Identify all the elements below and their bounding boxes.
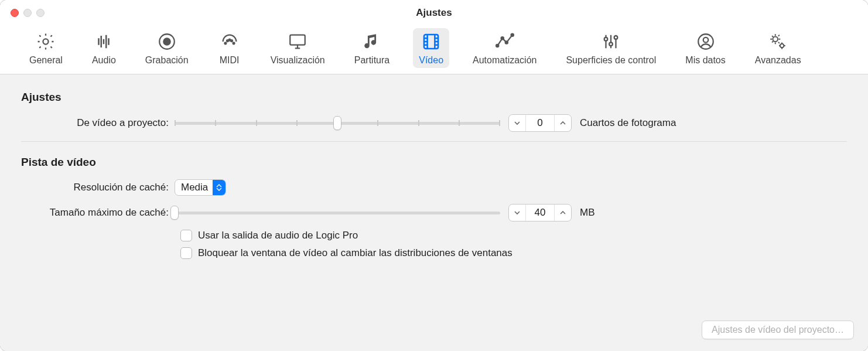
film-icon — [421, 32, 441, 52]
tab-recording[interactable]: Grabación — [139, 28, 194, 68]
gears-icon — [768, 32, 788, 52]
cache-resolution-row: Resolución de caché: Media — [21, 179, 847, 196]
window-title: Ajustes — [0, 7, 868, 19]
tab-label: Partitura — [354, 55, 389, 66]
max-cache-value[interactable]: 40 — [525, 205, 555, 221]
select-arrows-icon — [213, 180, 225, 195]
svg-point-13 — [511, 34, 513, 36]
svg-point-14 — [604, 38, 608, 41]
max-cache-slider[interactable] — [175, 206, 500, 220]
checkbox-lock-window-label: Bloquear la ventana de vídeo al cambiar … — [198, 247, 512, 259]
svg-point-7 — [231, 40, 233, 42]
automation-icon — [495, 32, 515, 52]
svg-point-0 — [43, 39, 49, 44]
max-cache-stepper[interactable]: 40 — [508, 204, 572, 221]
titlebar: Ajustes — [0, 0, 868, 26]
checkbox-lock-window-row: Bloquear la ventana de vídeo al cambiar … — [180, 247, 847, 259]
project-video-settings-button[interactable]: Ajustes de vídeo del proyecto… — [702, 321, 854, 339]
svg-point-11 — [501, 37, 503, 39]
section-title-settings: Ajustes — [21, 91, 847, 104]
checkbox-audio-output-row: Usar la salida de audio de Logic Pro — [180, 230, 847, 241]
gear-icon — [36, 32, 56, 52]
svg-point-12 — [505, 41, 507, 43]
tab-label: General — [29, 55, 63, 66]
svg-point-6 — [227, 40, 228, 42]
video-to-project-value[interactable]: 0 — [525, 115, 555, 131]
cache-resolution-label: Resolución de caché: — [21, 182, 175, 193]
tab-label: MIDI — [220, 55, 240, 66]
toolbar: General Audio Grabación MIDI Visualizaci… — [0, 26, 868, 74]
music-note-icon — [362, 32, 382, 52]
monitor-icon — [288, 32, 307, 52]
tab-video[interactable]: Vídeo — [413, 28, 449, 68]
checkbox-audio-output-label: Usar la salida de audio de Logic Pro — [198, 230, 358, 241]
svg-point-15 — [610, 42, 613, 46]
tab-mydata[interactable]: Mis datos — [679, 28, 731, 68]
video-to-project-unit: Cuartos de fotograma — [580, 117, 676, 129]
tab-label: Avanzadas — [755, 55, 801, 66]
divider — [21, 141, 847, 142]
tab-label: Mis datos — [685, 55, 725, 66]
person-circle-icon — [696, 32, 716, 52]
tab-display[interactable]: Visualización — [265, 28, 331, 68]
max-cache-label: Tamaño máximo de caché: — [21, 207, 175, 219]
tab-score[interactable]: Partitura — [348, 28, 395, 68]
tab-midi[interactable]: MIDI — [212, 28, 247, 68]
video-to-project-stepper[interactable]: 0 — [508, 114, 572, 132]
svg-point-19 — [773, 37, 778, 42]
section-title-video-track: Pista de vídeo — [21, 156, 847, 169]
tab-label: Visualización — [271, 55, 325, 66]
tab-label: Superficies de control — [566, 55, 656, 66]
checkbox-lock-window[interactable] — [180, 247, 192, 259]
tab-label: Audio — [92, 55, 116, 66]
video-to-project-slider[interactable] — [175, 116, 500, 130]
svg-point-3 — [224, 42, 226, 44]
tab-control-surfaces[interactable]: Superficies de control — [560, 28, 662, 68]
svg-point-20 — [780, 44, 784, 48]
stepper-up-icon[interactable] — [555, 115, 571, 131]
stepper-down-icon[interactable] — [509, 205, 525, 221]
waveform-icon — [94, 32, 114, 52]
record-icon — [157, 32, 177, 52]
svg-point-10 — [496, 45, 498, 47]
sliders-icon — [601, 32, 621, 52]
svg-point-18 — [703, 38, 708, 42]
tab-label: Grabación — [145, 55, 189, 66]
cache-resolution-select[interactable]: Media — [175, 179, 226, 196]
svg-point-4 — [228, 39, 230, 41]
tab-advanced[interactable]: Avanzadas — [749, 28, 807, 68]
cache-resolution-value: Media — [181, 182, 213, 193]
svg-rect-8 — [290, 35, 305, 45]
svg-point-2 — [163, 38, 170, 45]
max-cache-row: Tamaño máximo de caché: 40 MB — [21, 204, 847, 221]
tab-general[interactable]: General — [23, 28, 69, 68]
stepper-up-icon[interactable] — [555, 205, 571, 221]
settings-window: Ajustes General Audio Grabación MIDI — [0, 0, 868, 351]
video-to-project-label: De vídeo a proyecto: — [21, 117, 175, 129]
checkbox-audio-output[interactable] — [180, 230, 192, 241]
video-to-project-row: De vídeo a proyecto: 0 Cuartos de fotogr… — [21, 114, 847, 132]
svg-point-5 — [233, 42, 234, 44]
tab-automation[interactable]: Automatización — [467, 28, 542, 68]
svg-point-16 — [614, 36, 618, 39]
midi-icon — [220, 32, 240, 52]
tab-audio[interactable]: Audio — [86, 28, 122, 68]
tab-label: Vídeo — [419, 55, 443, 66]
max-cache-unit: MB — [580, 207, 595, 219]
tab-label: Automatización — [473, 55, 536, 66]
stepper-down-icon[interactable] — [509, 115, 525, 131]
content-pane: Ajustes De vídeo a proyecto: 0 Cuartos d… — [0, 74, 868, 351]
